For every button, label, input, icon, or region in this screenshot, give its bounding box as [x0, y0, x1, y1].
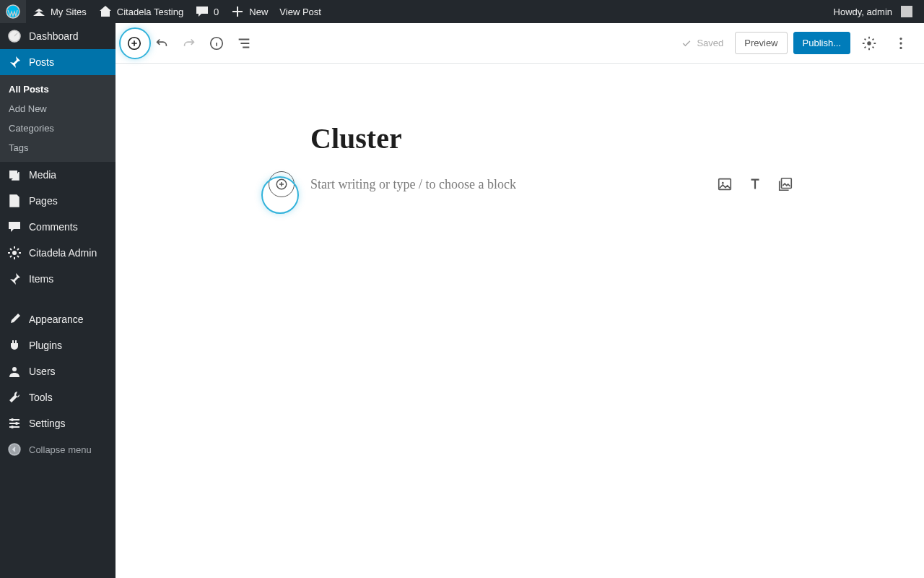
- block-editor: Saved Preview Publish... Cluster Start w…: [116, 23, 924, 578]
- paragraph-block[interactable]: Start writing or type / to choose a bloc…: [310, 168, 729, 200]
- svg-point-18: [722, 182, 724, 184]
- svg-point-8: [11, 426, 14, 428]
- posts-submenu: All Posts Add New Categories Tags: [0, 75, 116, 162]
- media-icon: [7, 168, 22, 182]
- post-title-input[interactable]: Cluster: [310, 107, 729, 168]
- editor-canvas[interactable]: Cluster Start writing or type / to choos…: [116, 64, 924, 200]
- sidebar-item-comments[interactable]: Comments: [0, 214, 116, 240]
- svg-point-14: [899, 42, 902, 44]
- paragraph-placeholder: Start writing or type / to choose a bloc…: [310, 177, 729, 192]
- admin-sidebar: Dashboard Posts All Posts Add New Catego…: [0, 23, 116, 578]
- site-name-label: Citadela Testing: [117, 7, 183, 17]
- site-name-link[interactable]: Citadela Testing: [92, 0, 189, 23]
- submenu-item-all-posts[interactable]: All Posts: [0, 79, 116, 99]
- comments-link[interactable]: 0: [189, 0, 225, 23]
- sidebar-item-appearance[interactable]: Appearance: [0, 306, 116, 332]
- sidebar-item-label: Users: [29, 366, 56, 377]
- svg-point-13: [899, 37, 902, 39]
- user-icon: [7, 364, 22, 379]
- inline-inserter-button[interactable]: [269, 171, 295, 197]
- svg-point-7: [15, 422, 18, 425]
- undo-button[interactable]: [149, 30, 175, 56]
- svg-point-15: [899, 46, 902, 48]
- brush-icon: [7, 312, 22, 327]
- svg-rect-19: [782, 178, 792, 189]
- gear-icon: [7, 246, 22, 260]
- submenu-item-tags[interactable]: Tags: [0, 138, 116, 158]
- collapse-icon: [7, 442, 22, 457]
- howdy-label: Howdy, admin: [834, 7, 892, 17]
- menu-separator: [0, 292, 116, 306]
- redo-button[interactable]: [176, 30, 202, 56]
- sidebar-item-label: Plugins: [29, 340, 62, 351]
- more-options-button[interactable]: [888, 30, 914, 56]
- sidebar-item-posts[interactable]: Posts: [0, 49, 116, 75]
- insert-image-button[interactable]: [716, 176, 733, 193]
- pin-icon: [7, 272, 22, 286]
- sidebar-item-media[interactable]: Media: [0, 162, 116, 188]
- publish-button[interactable]: Publish...: [793, 32, 850, 54]
- add-block-button[interactable]: [121, 30, 147, 56]
- view-post-label: View Post: [279, 7, 321, 17]
- collapse-label: Collapse menu: [29, 444, 92, 455]
- content-info-button[interactable]: [204, 30, 230, 56]
- home-icon: [98, 4, 113, 19]
- my-sites-link[interactable]: My Sites: [26, 0, 92, 23]
- plus-icon: [230, 4, 245, 19]
- sidebar-item-pages[interactable]: Pages: [0, 188, 116, 214]
- avatar: [901, 6, 912, 17]
- sidebar-item-label: Citadela Admin: [29, 247, 97, 259]
- sidebar-item-label: Appearance: [29, 314, 84, 325]
- comments-count: 0: [214, 7, 219, 17]
- svg-rect-17: [719, 179, 731, 190]
- svg-point-12: [867, 41, 871, 46]
- insert-heading-button[interactable]: [746, 176, 764, 193]
- plug-icon: [7, 338, 22, 353]
- admin-bar: My Sites Citadela Testing 0 New View Pos…: [0, 0, 924, 23]
- view-post-link[interactable]: View Post: [274, 0, 327, 23]
- sidebar-item-label: Settings: [29, 418, 66, 429]
- block-navigation-button[interactable]: [231, 30, 257, 56]
- sidebar-item-citadela-admin[interactable]: Citadela Admin: [0, 240, 116, 266]
- sidebar-item-label: Media: [29, 169, 56, 181]
- wordpress-logo-icon: [6, 4, 20, 19]
- submenu-item-categories[interactable]: Categories: [0, 118, 116, 138]
- insert-gallery-button[interactable]: [777, 176, 794, 193]
- sidebar-item-dashboard[interactable]: Dashboard: [0, 23, 116, 49]
- sidebar-item-users[interactable]: Users: [0, 358, 116, 384]
- collapse-menu-button[interactable]: Collapse menu: [0, 436, 116, 462]
- settings-toggle-button[interactable]: [856, 30, 882, 56]
- my-sites-label: My Sites: [51, 7, 87, 17]
- network-icon: [32, 4, 46, 19]
- new-content-link[interactable]: New: [225, 0, 274, 23]
- pin-icon: [7, 55, 22, 69]
- wrench-icon: [7, 390, 22, 405]
- svg-point-3: [14, 172, 16, 173]
- save-status: Saved: [681, 38, 729, 49]
- sidebar-item-label: Posts: [29, 56, 54, 68]
- editor-toolbar: Saved Preview Publish...: [116, 23, 924, 64]
- svg-point-6: [11, 418, 14, 421]
- sidebar-item-label: Comments: [29, 221, 78, 233]
- page-icon: [7, 194, 22, 208]
- sidebar-item-label: Pages: [29, 195, 58, 207]
- svg-point-4: [12, 251, 17, 255]
- sidebar-item-tools[interactable]: Tools: [0, 384, 116, 410]
- wp-logo-menu[interactable]: [0, 0, 26, 23]
- sliders-icon: [7, 416, 22, 431]
- sidebar-item-items[interactable]: Items: [0, 266, 116, 292]
- sidebar-item-label: Items: [29, 273, 53, 285]
- preview-button[interactable]: Preview: [735, 32, 787, 54]
- saved-label: Saved: [697, 38, 723, 48]
- sidebar-item-settings[interactable]: Settings: [0, 410, 116, 436]
- dashboard-icon: [7, 29, 22, 43]
- new-label: New: [249, 7, 268, 17]
- comment-icon: [7, 220, 22, 234]
- submenu-item-add-new[interactable]: Add New: [0, 99, 116, 118]
- svg-point-5: [12, 367, 17, 371]
- sidebar-item-plugins[interactable]: Plugins: [0, 332, 116, 358]
- comment-icon: [195, 4, 209, 19]
- sidebar-item-label: Dashboard: [29, 30, 79, 42]
- sidebar-item-label: Tools: [29, 392, 53, 403]
- my-account-link[interactable]: Howdy, admin: [828, 0, 918, 23]
